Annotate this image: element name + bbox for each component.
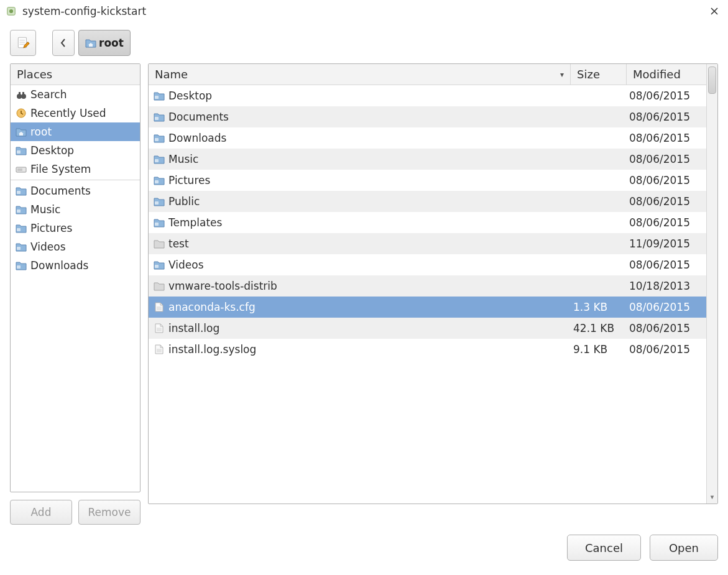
places-item-label: Documents — [30, 185, 91, 197]
path-toolbar: root — [10, 30, 718, 56]
places-bookmark[interactable]: Music — [11, 200, 140, 219]
file-modified: 08/06/2015 — [629, 343, 690, 356]
file-list-header: Name ▾ Size Modified — [149, 64, 706, 85]
places-bookmark[interactable]: Downloads — [11, 256, 140, 275]
chevron-left-icon — [60, 39, 67, 47]
file-size: 1.3 KB — [573, 301, 607, 313]
places-item[interactable]: File System — [11, 160, 140, 178]
file-row[interactable]: Documents08/06/2015 — [149, 106, 706, 127]
file-list-scrollbar[interactable]: ▾ — [706, 64, 717, 504]
folder-icon — [154, 111, 165, 122]
file-modified: 11/09/2015 — [629, 237, 690, 250]
places-item-label: Videos — [30, 241, 66, 253]
places-remove-button[interactable]: Remove — [78, 500, 141, 525]
drive-icon — [16, 163, 27, 175]
places-bookmark[interactable]: Documents — [11, 182, 140, 200]
folder-icon — [154, 132, 165, 144]
file-row[interactable]: test11/09/2015 — [149, 233, 706, 254]
file-name: anaconda-ks.cfg — [168, 301, 256, 313]
file-row[interactable]: install.log.syslog9.1 KB08/06/2015 — [149, 339, 706, 360]
file-row[interactable]: anaconda-ks.cfg1.3 KB08/06/2015 — [149, 297, 706, 318]
file-name: vmware-tools-distrib — [168, 280, 277, 292]
add-label: Add — [31, 506, 52, 518]
column-header-size[interactable]: Size — [571, 64, 627, 85]
file-icon — [154, 344, 165, 355]
places-item-label: Search — [30, 88, 67, 101]
column-header-modified[interactable]: Modified — [627, 64, 706, 85]
file-name: install.log.syslog — [168, 343, 256, 356]
file-name: Pictures — [168, 174, 210, 186]
file-name: Music — [168, 153, 198, 165]
home-icon — [16, 126, 27, 137]
column-header-name[interactable]: Name ▾ — [149, 64, 571, 85]
file-name: Templates — [168, 216, 222, 229]
places-item-label: root — [30, 126, 52, 138]
edit-icon — [16, 36, 30, 50]
folder-icon — [154, 90, 165, 101]
breadcrumb-root[interactable]: root — [78, 30, 131, 56]
file-modified: 08/06/2015 — [629, 90, 690, 102]
folder-icon — [154, 154, 165, 165]
places-item-label: Music — [30, 203, 60, 216]
file-modified: 08/06/2015 — [629, 174, 690, 186]
file-row[interactable]: install.log42.1 KB08/06/2015 — [149, 318, 706, 339]
edit-location-button[interactable] — [10, 30, 36, 56]
file-row[interactable]: Downloads08/06/2015 — [149, 127, 706, 149]
file-modified: 08/06/2015 — [629, 111, 690, 123]
folder-icon — [154, 217, 165, 228]
folder-icon — [154, 259, 165, 270]
file-size: 42.1 KB — [573, 322, 614, 334]
home-icon — [85, 37, 96, 48]
chevron-down-icon: ▾ — [560, 70, 564, 79]
places-bookmark[interactable]: Pictures — [11, 219, 140, 237]
file-row[interactable]: Videos08/06/2015 — [149, 254, 706, 275]
file-row[interactable]: vmware-tools-distrib10/18/2013 — [149, 275, 706, 297]
file-icon — [154, 323, 165, 334]
places-item-label: File System — [30, 163, 91, 175]
folder-plain-icon — [154, 238, 165, 249]
places-bookmark[interactable]: Videos — [11, 237, 140, 256]
places-item[interactable]: root — [11, 122, 140, 141]
file-name: Desktop — [168, 90, 212, 102]
file-name: Downloads — [168, 132, 226, 144]
file-size: 9.1 KB — [573, 343, 607, 356]
places-item[interactable]: Desktop — [11, 141, 140, 160]
app-icon — [6, 6, 16, 16]
folder-icon — [16, 185, 27, 196]
folder-icon — [16, 260, 27, 271]
file-modified: 08/06/2015 — [629, 259, 690, 271]
folder-icon — [16, 223, 27, 234]
file-row[interactable]: Templates08/06/2015 — [149, 212, 706, 233]
folder-icon — [154, 175, 165, 186]
folder-icon — [16, 145, 27, 156]
folder-icon — [16, 204, 27, 215]
cancel-button[interactable]: Cancel — [567, 535, 641, 561]
folder-icon — [16, 241, 27, 252]
remove-label: Remove — [88, 506, 131, 518]
file-row[interactable]: Pictures08/06/2015 — [149, 170, 706, 191]
open-button[interactable]: Open — [650, 535, 718, 561]
places-header: Places — [11, 64, 140, 85]
file-name: install.log — [168, 322, 219, 334]
folder-plain-icon — [154, 280, 165, 292]
places-item[interactable]: Search — [11, 85, 140, 104]
file-row[interactable]: Music08/06/2015 — [149, 149, 706, 170]
recent-icon — [16, 108, 27, 119]
places-add-button[interactable]: Add — [10, 500, 72, 525]
file-row[interactable]: Public08/06/2015 — [149, 191, 706, 212]
window-title: system-config-kickstart — [22, 5, 707, 17]
places-item[interactable]: Recently Used — [11, 104, 140, 122]
places-item-label: Recently Used — [30, 107, 106, 119]
file-modified: 08/06/2015 — [629, 216, 690, 229]
places-panel: Places SearchRecently UsedrootDesktopFil… — [10, 63, 141, 492]
file-name: test — [168, 237, 189, 250]
file-modified: 08/06/2015 — [629, 153, 690, 165]
path-back-button[interactable] — [52, 30, 75, 56]
places-item-label: Desktop — [30, 144, 74, 157]
folder-icon — [154, 196, 165, 207]
window-close-button[interactable] — [707, 4, 722, 19]
file-icon — [154, 301, 165, 313]
binoculars-icon — [16, 89, 27, 100]
file-row[interactable]: Desktop08/06/2015 — [149, 85, 706, 106]
scrollbar-thumb[interactable] — [708, 67, 716, 94]
